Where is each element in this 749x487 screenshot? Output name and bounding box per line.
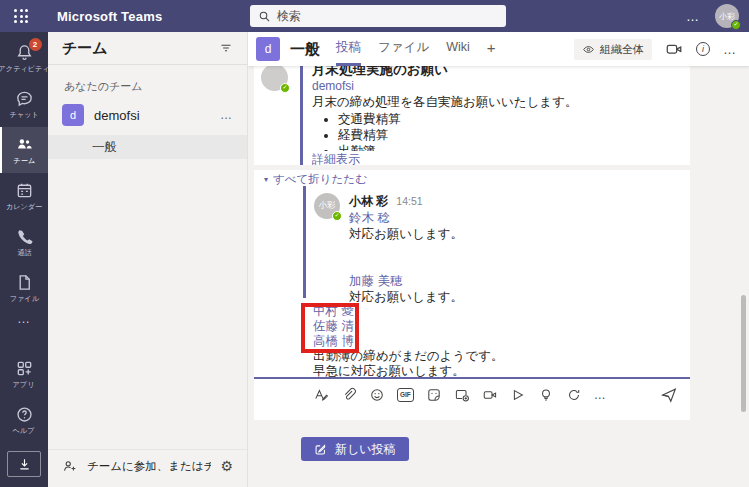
download-icon [17, 457, 32, 472]
tab-files[interactable]: ファイル [378, 32, 429, 66]
search-placeholder: 検索 [277, 8, 301, 25]
loop-icon[interactable] [566, 387, 582, 403]
mention-link[interactable]: 鈴木 稔 [349, 210, 463, 226]
rail-item-calendar[interactable]: カレンダー [0, 173, 48, 219]
reply-author-name[interactable]: 小林 彩 [349, 193, 388, 210]
app-title: Microsoft Teams [57, 9, 162, 24]
attach-icon[interactable] [341, 387, 357, 403]
rail-item-chat[interactable]: チャット [0, 81, 48, 127]
rail-item-calls[interactable]: 通話 [0, 219, 48, 265]
channel-item-general[interactable]: 一般 [48, 135, 247, 159]
info-icon[interactable]: i [696, 42, 710, 56]
rail-item-teams[interactable]: チーム [0, 127, 48, 173]
help-icon [15, 405, 34, 424]
scrollbar-thumb[interactable] [741, 295, 746, 412]
collapse-all-label: すべて折りたたむ [273, 172, 367, 187]
mention-link[interactable]: 加藤 美穂 [349, 273, 690, 289]
sidebar-title: チーム [62, 39, 219, 58]
team-avatar: d [62, 104, 84, 126]
stream-icon[interactable] [510, 387, 526, 403]
rail-label-teams: チーム [13, 156, 35, 166]
emoji-icon[interactable] [369, 387, 385, 403]
compose-mention[interactable]: 中村 愛 [313, 304, 680, 319]
people-add-icon [62, 458, 78, 474]
rail-item-files[interactable]: ファイル [0, 265, 48, 311]
reply-thread: ▾ すべて折りたたむ 小彩 ✓ 小林 彩 14:51 鈴木 稔 対 [254, 170, 690, 420]
meet-video-icon[interactable] [665, 40, 683, 58]
reply-avatar-initials: 小彩 [319, 200, 336, 212]
channel-title: 一般 [290, 40, 320, 59]
team-more-icon[interactable]: … [220, 108, 233, 122]
rail-label-apps: アプリ [13, 380, 35, 390]
file-icon [15, 273, 34, 292]
filter-icon[interactable] [219, 41, 233, 55]
title-bar: Microsoft Teams 検索 … 小彩 ✓ [0, 0, 749, 32]
user-avatar[interactable]: 小彩 ✓ [715, 4, 739, 28]
compose-mention[interactable]: 高橋 博 [313, 334, 680, 349]
reply-message: 小彩 ✓ 小林 彩 14:51 鈴木 稔 対応お願いします。 [314, 193, 690, 243]
show-more-link[interactable]: 詳細表示 [312, 151, 690, 165]
praise-icon[interactable] [538, 387, 554, 403]
activity-badge: 2 [29, 38, 42, 51]
tab-posts[interactable]: 投稿 [336, 32, 361, 66]
org-wide-button[interactable]: 組織全体 [574, 39, 652, 60]
teams-icon [15, 135, 34, 154]
channel-more-icon[interactable]: … [723, 42, 737, 57]
channel-pane: d 一般 投稿 ファイル Wiki + 組織全体 [248, 32, 749, 487]
meet-now-icon[interactable] [482, 387, 498, 403]
org-wide-label: 組織全体 [600, 42, 644, 57]
search-input[interactable]: 検索 [250, 5, 506, 27]
channel-item-label: 一般 [92, 139, 117, 156]
compose-toolbar: GIF [313, 386, 678, 404]
sticker-icon[interactable] [426, 387, 442, 403]
join-or-create-team-label: チームに参加、またはチームを... [87, 459, 211, 474]
titlebar-more-icon[interactable]: … [686, 9, 700, 24]
phone-icon [15, 227, 34, 246]
schedule-meeting-icon[interactable] [454, 387, 470, 403]
compose-mention[interactable]: 佐藤 清 [313, 319, 680, 334]
apps-icon [15, 359, 34, 378]
post-title: 月末処理実施のお願い [312, 66, 690, 78]
eye-icon [582, 43, 595, 56]
post-author-avatar[interactable]: ✓ [261, 66, 288, 91]
post-bullet-list: 交通費精算 経費精算 出勤簿 [312, 111, 690, 151]
presence-available-icon: ✓ [280, 83, 290, 93]
team-item-demofsi[interactable]: d demofsi … [48, 100, 247, 130]
compose-draft-line: 早急に対応お願いします。 [313, 364, 680, 379]
reply-author-avatar[interactable]: 小彩 ✓ [314, 193, 340, 219]
tab-wiki[interactable]: Wiki [446, 32, 470, 66]
rail-item-help[interactable]: ヘルプ [0, 397, 48, 443]
team-name: demofsi [94, 108, 220, 123]
original-post: ✓ 月末処理実施のお願い demofsi 月末の締め処理を各自実施お願いいたしま… [254, 66, 690, 165]
gear-icon[interactable]: ⚙ [220, 459, 233, 473]
compose-draft-line: 出勤簿の締めがまだのようです。 [313, 349, 680, 364]
giphy-icon[interactable]: GIF [397, 388, 414, 403]
add-tab-icon[interactable]: + [487, 32, 496, 66]
teams-app-window: Microsoft Teams 検索 … 小彩 ✓ [0, 0, 749, 487]
join-or-create-team-row[interactable]: チームに参加、またはチームを... ⚙ [48, 449, 247, 482]
post-body: 月末の締め処理を各自実施お願いいたします。 [312, 94, 690, 111]
rail-label-calls: 通話 [17, 248, 31, 258]
channel-tabs: 投稿 ファイル Wiki + [336, 32, 496, 66]
download-app-button[interactable] [7, 451, 41, 477]
rail-label-calendar: カレンダー [6, 202, 42, 212]
collapse-all-link[interactable]: ▾ すべて折りたたむ [254, 170, 690, 186]
post-author-name[interactable]: demofsi [312, 78, 690, 94]
rail-item-activity[interactable]: 2 アクティビティ [0, 35, 48, 81]
new-post-button[interactable]: 新しい投稿 [301, 437, 409, 461]
app-launcher-icon[interactable] [14, 9, 28, 23]
chevron-down-icon: ▾ [264, 175, 268, 184]
annotation-highlight-box [301, 303, 359, 353]
channel-team-avatar: d [256, 37, 280, 61]
format-icon[interactable] [313, 387, 329, 403]
send-icon[interactable] [660, 386, 678, 404]
rail-more-icon[interactable]: … [0, 311, 48, 333]
search-icon [258, 10, 271, 23]
compose-pen-icon [314, 443, 327, 456]
reply-timestamp: 14:51 [396, 195, 422, 207]
rail-item-apps[interactable]: アプリ [0, 351, 48, 397]
channel-header: d 一般 投稿 ファイル Wiki + 組織全体 [248, 32, 749, 66]
rail-label-chat: チャット [9, 110, 38, 120]
compose-more-icon[interactable]: … [594, 388, 607, 402]
your-teams-section-label: あなたのチーム [48, 65, 247, 100]
